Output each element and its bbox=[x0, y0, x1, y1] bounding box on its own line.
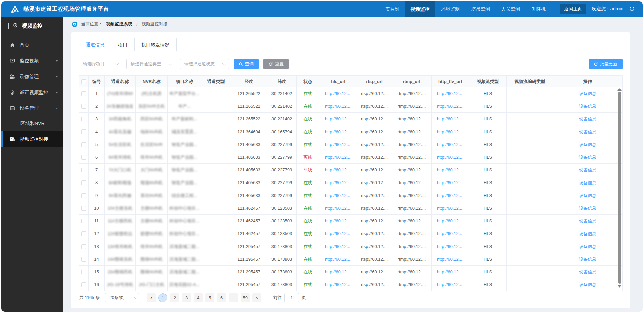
tab-0[interactable]: 通道信息 bbox=[79, 38, 111, 51]
project-select[interactable]: 请选择项目 bbox=[79, 59, 121, 69]
row-checkbox[interactable] bbox=[81, 117, 86, 121]
cell-hls-value[interactable]: http://60.12.... bbox=[325, 193, 352, 198]
row-checkbox[interactable] bbox=[81, 104, 86, 109]
cell-flv-value[interactable]: http://60.12.... bbox=[437, 193, 464, 198]
cell-action-value[interactable]: 设备信息 bbox=[579, 103, 596, 109]
cell-flv-value[interactable]: http://60.12.... bbox=[437, 218, 464, 223]
channel-type-select[interactable]: 请选择通道类型 bbox=[126, 59, 175, 69]
cell-hls-value[interactable]: http://60.12.... bbox=[325, 129, 352, 134]
row-checkbox[interactable] bbox=[81, 129, 86, 134]
cell-action-value[interactable]: 设备信息 bbox=[579, 116, 596, 122]
row-checkbox[interactable] bbox=[81, 282, 86, 287]
cell-hls-value[interactable]: http://60.12.... bbox=[325, 142, 352, 147]
breadcrumb-root[interactable]: 视频监控系统 bbox=[106, 21, 132, 27]
cell-flv-value[interactable]: http://60.12.... bbox=[437, 116, 464, 121]
cell-action-value[interactable]: 设备信息 bbox=[579, 91, 596, 97]
cell-flv-value[interactable]: http://60.12.... bbox=[437, 129, 464, 134]
reset-button[interactable]: 重置 bbox=[263, 59, 289, 69]
prev-page-button[interactable]: ‹ bbox=[147, 293, 156, 302]
cell-hls-value[interactable]: http://60.12.... bbox=[325, 218, 352, 223]
topnav-item-0[interactable]: 实名制 bbox=[380, 1, 405, 17]
return-home-button[interactable]: 返回主页 bbox=[560, 4, 586, 14]
cell-action-value[interactable]: 设备信息 bbox=[579, 269, 596, 275]
cell-flv-value[interactable]: http://60.12.... bbox=[437, 142, 464, 147]
cell-hls-value[interactable]: http://60.12.... bbox=[325, 91, 352, 96]
sidebar-item-5[interactable]: 区域和NVR bbox=[1, 116, 63, 131]
topnav-item-3[interactable]: 塔吊监测 bbox=[465, 1, 496, 17]
search-button[interactable]: 查询 bbox=[234, 59, 259, 69]
cell-action-value[interactable]: 设备信息 bbox=[579, 256, 596, 262]
goto-page-input[interactable] bbox=[284, 293, 299, 302]
cell-hls-value[interactable]: http://60.12.... bbox=[325, 282, 352, 287]
cell-action-value[interactable]: 设备信息 bbox=[579, 142, 596, 148]
select-all-checkbox[interactable] bbox=[81, 79, 86, 84]
row-checkbox[interactable] bbox=[81, 244, 86, 249]
cell-flv-value[interactable]: http://60.12.... bbox=[437, 91, 464, 96]
cell-flv-value[interactable]: http://60.12.... bbox=[437, 231, 464, 236]
cell-action-value[interactable]: 设备信息 bbox=[579, 218, 596, 224]
page-button-3[interactable]: 3 bbox=[182, 293, 191, 302]
cell-action-value[interactable]: 设备信息 bbox=[579, 129, 596, 135]
row-checkbox[interactable] bbox=[81, 257, 86, 262]
cell-action-value[interactable]: 设备信息 bbox=[579, 193, 596, 199]
channel-status-select[interactable]: 请选择通道状态 bbox=[180, 59, 229, 69]
sidebar-item-1[interactable]: 监控视频▾ bbox=[1, 53, 63, 69]
cell-flv-value[interactable]: http://60.12.... bbox=[437, 269, 464, 274]
cell-action-value[interactable]: 设备信息 bbox=[579, 167, 596, 173]
topnav-item-1[interactable]: 视频监控 bbox=[405, 1, 435, 17]
row-checkbox[interactable] bbox=[81, 155, 86, 160]
cell-hls-value[interactable]: http://60.12.... bbox=[325, 269, 352, 274]
scroll-down-icon[interactable] bbox=[617, 285, 622, 288]
row-checkbox[interactable] bbox=[81, 270, 86, 274]
cell-hls-value[interactable]: http://60.12.... bbox=[325, 104, 352, 109]
cell-hls-value[interactable]: http://60.12.... bbox=[325, 257, 352, 262]
scroll-up-icon[interactable] bbox=[617, 88, 622, 91]
next-page-button[interactable]: › bbox=[252, 293, 261, 302]
cell-action-value[interactable]: 设备信息 bbox=[579, 231, 596, 237]
cell-action-value[interactable]: 设备信息 bbox=[579, 244, 596, 250]
page-size-select[interactable]: 20条/页 bbox=[105, 293, 139, 302]
cell-hls-value[interactable]: http://60.12.... bbox=[325, 116, 352, 121]
table-scrollbar[interactable] bbox=[617, 88, 622, 288]
cell-flv-value[interactable]: http://60.12.... bbox=[437, 155, 464, 160]
pages-ellipsis[interactable]: ... bbox=[229, 293, 238, 302]
cell-flv-value[interactable]: http://60.12.... bbox=[437, 167, 464, 172]
cell-hls-value[interactable]: http://60.12.... bbox=[325, 244, 352, 249]
page-button-4[interactable]: 4 bbox=[194, 293, 203, 302]
sidebar-item-2[interactable]: 录像管理▾ bbox=[1, 69, 63, 85]
sidebar-item-4[interactable]: 设备管理▴ bbox=[1, 100, 63, 116]
topnav-item-5[interactable]: 升降机 bbox=[526, 1, 551, 17]
power-icon[interactable] bbox=[629, 6, 635, 12]
page-button-2[interactable]: 2 bbox=[170, 293, 179, 302]
cell-hls-value[interactable]: http://60.12.... bbox=[325, 231, 352, 236]
topnav-item-2[interactable]: 环境监测 bbox=[435, 1, 465, 17]
batch-update-button[interactable]: 批量更新 bbox=[589, 59, 623, 69]
sidebar-item-3[interactable]: 诚正视频监控▾ bbox=[1, 85, 63, 100]
tab-1[interactable]: 项目 bbox=[111, 38, 135, 51]
scrollbar-thumb[interactable] bbox=[618, 92, 621, 284]
sidebar-item-6[interactable]: 视频监控对接 bbox=[1, 131, 63, 147]
cell-action-value[interactable]: 设备信息 bbox=[579, 154, 596, 160]
page-button-1[interactable]: 1 bbox=[158, 293, 167, 302]
row-checkbox[interactable] bbox=[81, 193, 86, 198]
cell-flv-value[interactable]: http://60.12.... bbox=[437, 180, 464, 185]
cell-hls-value[interactable]: http://60.12.... bbox=[325, 155, 352, 160]
cell-action-value[interactable]: 设备信息 bbox=[579, 205, 596, 211]
page-button-5[interactable]: 5 bbox=[205, 293, 214, 302]
cell-flv-value[interactable]: http://60.12.... bbox=[437, 282, 464, 287]
page-button-59[interactable]: 59 bbox=[241, 293, 250, 302]
cell-hls-value[interactable]: http://60.12.... bbox=[325, 167, 352, 172]
row-checkbox[interactable] bbox=[81, 168, 86, 172]
row-checkbox[interactable] bbox=[81, 219, 86, 223]
topnav-item-4[interactable]: 人员监测 bbox=[496, 1, 526, 17]
row-checkbox[interactable] bbox=[81, 206, 86, 211]
cell-flv-value[interactable]: http://60.12.... bbox=[437, 257, 464, 262]
cell-flv-value[interactable]: http://60.12.... bbox=[437, 244, 464, 249]
sidebar-item-0[interactable]: 首页 bbox=[1, 37, 63, 53]
row-checkbox[interactable] bbox=[81, 91, 86, 96]
cell-hls-value[interactable]: http://60.12.... bbox=[325, 206, 352, 211]
cell-flv-value[interactable]: http://60.12.... bbox=[437, 206, 464, 211]
tab-2[interactable]: 接口转发情况 bbox=[134, 38, 177, 51]
cell-action-value[interactable]: 设备信息 bbox=[579, 180, 596, 186]
page-button-6[interactable]: 6 bbox=[217, 293, 226, 302]
